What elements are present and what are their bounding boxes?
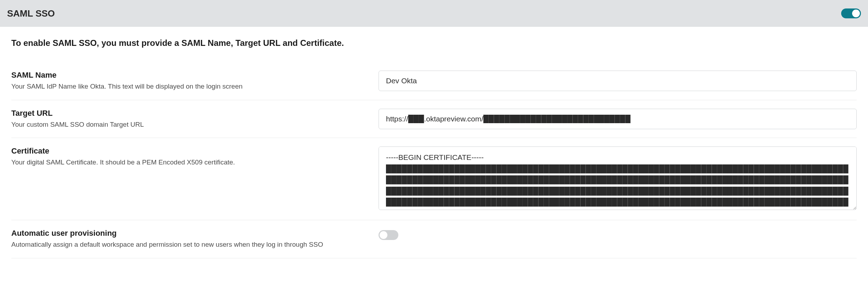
- auto-provisioning-toggle[interactable]: [379, 230, 398, 240]
- saml-name-label: SAML Name: [11, 71, 364, 80]
- saml-name-description: Your SAML IdP Name like Okta. This text …: [11, 82, 364, 91]
- certificate-input-col: [379, 146, 857, 211]
- certificate-textarea[interactable]: [379, 146, 857, 210]
- auto-provisioning-label-col: Automatic user provisioning Automaticall…: [11, 229, 379, 250]
- content-area: To enable SAML SSO, you must provide a S…: [0, 27, 868, 272]
- target-url-description: Your custom SAML SSO domain Target URL: [11, 120, 364, 130]
- certificate-label-col: Certificate Your digital SAML Certificat…: [11, 146, 379, 167]
- auto-provisioning-label: Automatic user provisioning: [11, 229, 364, 238]
- target-url-label-col: Target URL Your custom SAML SSO domain T…: [11, 109, 379, 130]
- toggle-knob: [852, 10, 860, 17]
- saml-sso-toggle[interactable]: [841, 8, 861, 18]
- toggle-knob: [380, 231, 387, 239]
- saml-name-input-col: [379, 71, 857, 91]
- saml-name-row: SAML Name Your SAML IdP Name like Okta. …: [11, 62, 857, 100]
- header-bar: SAML SSO: [0, 0, 868, 27]
- target-url-input-col: [379, 109, 857, 129]
- certificate-description: Your digital SAML Certificate. It should…: [11, 158, 364, 167]
- target-url-input[interactable]: [379, 109, 857, 129]
- target-url-label: Target URL: [11, 109, 364, 118]
- auto-provisioning-row: Automatic user provisioning Automaticall…: [11, 220, 857, 258]
- target-url-row: Target URL Your custom SAML SSO domain T…: [11, 100, 857, 138]
- auto-provisioning-description: Automatically assign a default workspace…: [11, 240, 364, 250]
- page-title: SAML SSO: [7, 8, 55, 19]
- saml-name-input[interactable]: [379, 71, 857, 91]
- auto-provisioning-toggle-col: [379, 229, 857, 240]
- certificate-row: Certificate Your digital SAML Certificat…: [11, 138, 857, 220]
- certificate-label: Certificate: [11, 146, 364, 156]
- instruction-text: To enable SAML SSO, you must provide a S…: [11, 38, 857, 48]
- saml-name-label-col: SAML Name Your SAML IdP Name like Okta. …: [11, 71, 379, 91]
